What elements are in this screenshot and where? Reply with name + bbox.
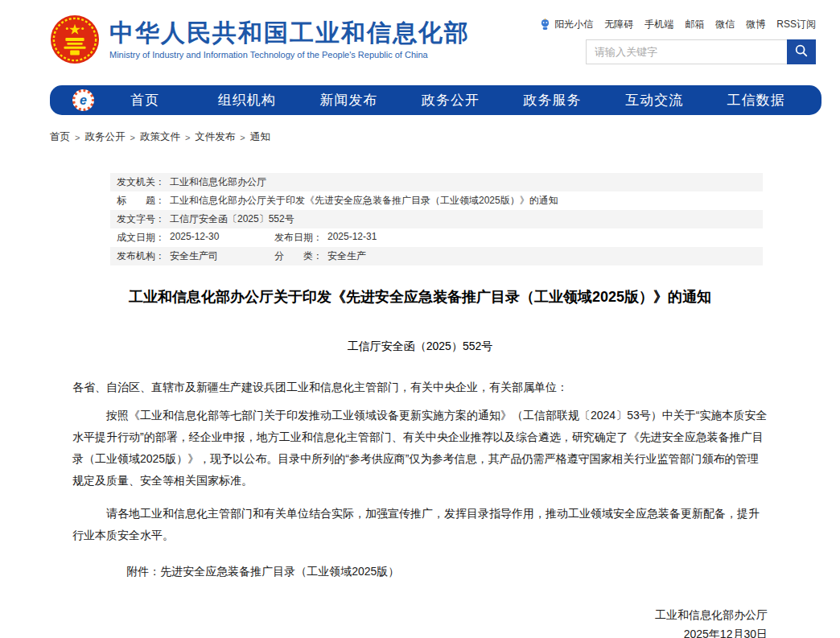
meta-value: 2025-12-30	[170, 231, 219, 245]
paragraph-instruction: 请各地工业和信息化主管部门和有关单位结合实际，加强宣传推广，发挥目录指导作用，推…	[72, 503, 768, 546]
site-header: 中华人民共和国工业和信息化部 Ministry of Industry and …	[0, 0, 840, 80]
paragraph-salutation: 各省、自治区、直辖市及新疆生产建设兵团工业和信息化主管部门，有关中央企业，有关部…	[72, 377, 768, 398]
breadcrumb-policy-documents[interactable]: 政策文件	[140, 130, 180, 144]
breadcrumb-notice[interactable]: 通知	[250, 130, 270, 144]
breadcrumb-document-release[interactable]: 文件发布	[195, 130, 235, 144]
sign-date: 2025年12月30日	[72, 624, 768, 638]
miit-gear-logo-icon: e	[72, 89, 94, 111]
meta-row-issuing-agency: 发文机关： 工业和信息化部办公厅	[110, 173, 763, 191]
link-wechat[interactable]: 微信	[715, 18, 735, 31]
signature-block: 工业和信息化部办公厅 2025年12月30日	[72, 605, 768, 638]
document-meta-table: 发文机关： 工业和信息化部办公厅 标 题： 工业和信息化部办公厅关于印发《先进安…	[110, 173, 763, 265]
nav-item-organization[interactable]: 组织机构	[196, 91, 299, 109]
brand-text: 中华人民共和国工业和信息化部 Ministry of Industry and …	[109, 19, 470, 60]
breadcrumb-home[interactable]: 首页	[50, 130, 70, 144]
nav-item-interaction[interactable]: 互动交流	[603, 91, 706, 109]
search-bar	[586, 39, 816, 64]
signer-name: 工业和信息化部办公厅	[72, 605, 768, 624]
meta-row-publisher-category: 发布机构： 安全生产司 分 类： 安全生产	[110, 247, 763, 265]
meta-label: 发布日期：	[274, 231, 323, 245]
meta-label: 发文机关：	[117, 175, 165, 189]
link-rss[interactable]: RSS订阅	[776, 18, 816, 31]
nav-item-miit-data[interactable]: 工信数据	[705, 91, 807, 109]
header-right: 阳光小信 无障碍 手机端 邮箱 微信 微博 RSS订阅	[540, 14, 816, 64]
meta-label: 分 类：	[274, 249, 323, 263]
link-accessibility[interactable]: 无障碍	[604, 18, 633, 31]
site-brand: 中华人民共和国工业和信息化部 Ministry of Industry and …	[50, 14, 470, 64]
breadcrumb-gov-disclosure[interactable]: 政务公开	[84, 130, 125, 144]
nav-item-news[interactable]: 新闻发布	[298, 91, 400, 109]
breadcrumb-separator: >	[75, 133, 80, 142]
document-number-line: 工信厅安全函（2025）552号	[72, 340, 768, 354]
paragraph-main: 按照《工业和信息化部等七部门关于印发推动工业领域设备更新实施方案的通知》（工信部…	[72, 405, 768, 492]
link-weibo[interactable]: 微博	[746, 18, 765, 31]
meta-value: 工业和信息化部办公厅关于印发《先进安全应急装备推广目录（工业领域2025版）》的…	[170, 194, 558, 208]
meta-row-doc-number: 发文字号： 工信厅安全函〔2025〕552号	[110, 210, 763, 228]
link-mailbox[interactable]: 邮箱	[685, 18, 704, 31]
meta-row-dates: 成文日期： 2025-12-30 发布日期： 2025-12-31	[110, 228, 763, 247]
nav-item-gov-disclosure[interactable]: 政务公开	[400, 91, 502, 109]
document-body: 各省、自治区、直辖市及新疆生产建设兵团工业和信息化主管部门，有关中央企业，有关部…	[72, 377, 768, 638]
site-subtitle: Ministry of Industry and Information Tec…	[109, 50, 470, 60]
top-utility-links: 阳光小信 无障碍 手机端 邮箱 微信 微博 RSS订阅	[540, 18, 816, 31]
site-title: 中华人民共和国工业和信息化部	[109, 19, 470, 47]
document-container: 发文机关： 工业和信息化部办公厅 标 题： 工业和信息化部办公厅关于印发《先进安…	[72, 173, 768, 638]
meta-value: 安全生产司	[170, 249, 218, 263]
breadcrumb-separator: >	[185, 133, 190, 142]
document-title: 工业和信息化部办公厅关于印发《先进安全应急装备推广目录（工业领域2025版）》的…	[72, 286, 768, 307]
search-icon	[794, 43, 809, 60]
breadcrumb-separator: >	[240, 133, 245, 142]
meta-value: 2025-12-31	[327, 231, 377, 245]
nav-items: 首页 组织机构 新闻发布 政务公开 政务服务 互动交流 工信数据	[94, 91, 807, 109]
search-input[interactable]	[586, 39, 787, 64]
link-mobile[interactable]: 手机端	[644, 18, 673, 31]
search-button[interactable]	[787, 39, 816, 64]
national-emblem-logo	[50, 14, 100, 64]
meta-label: 发文字号：	[117, 212, 165, 226]
meta-value: 工业和信息化部办公厅	[170, 175, 266, 189]
meta-value: 工信厅安全函〔2025〕552号	[170, 212, 294, 226]
breadcrumb: 首页 > 政务公开 > 政策文件 > 文件发布 > 通知	[50, 130, 840, 144]
mascot-icon	[540, 19, 550, 31]
nav-item-gov-services[interactable]: 政务服务	[501, 91, 603, 109]
attachment-line[interactable]: 附件：先进安全应急装备推广目录（工业领域2025版）	[72, 561, 768, 582]
meta-label: 发布机构：	[117, 249, 165, 263]
main-navigation: e 首页 组织机构 新闻发布 政务公开 政务服务 互动交流 工信数据	[50, 85, 821, 115]
breadcrumb-separator: >	[130, 133, 134, 142]
meta-label: 成文日期：	[117, 231, 165, 245]
link-sunshine-assistant[interactable]: 阳光小信	[554, 18, 593, 31]
nav-item-home[interactable]: 首页	[94, 91, 196, 109]
meta-label: 标 题：	[117, 194, 165, 208]
meta-value: 安全生产	[327, 249, 366, 263]
meta-row-title: 标 题： 工业和信息化部办公厅关于印发《先进安全应急装备推广目录（工业领域202…	[110, 191, 763, 210]
